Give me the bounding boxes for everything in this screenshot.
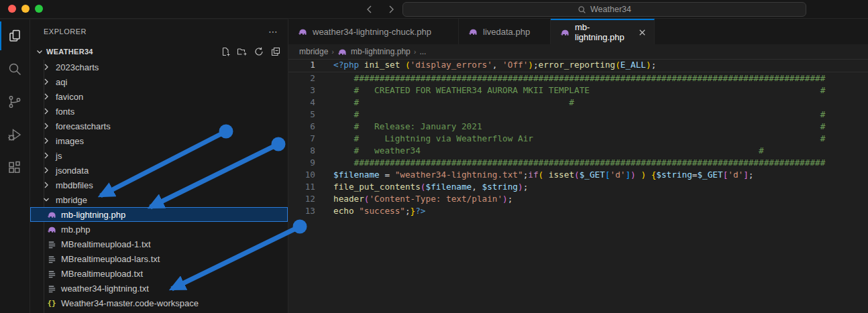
code-editor[interactable]: 1<?php ini_set ('display_errors', 'Off')… <box>288 59 868 313</box>
line-number: 1 <box>288 60 315 72</box>
php-icon <box>560 27 570 38</box>
line-number: 13 <box>288 205 315 217</box>
tab-weather34-lightning-chuck.php[interactable]: weather34-lightning-chuck.php <box>288 19 459 44</box>
tree-item-label: 2023charts <box>56 62 99 72</box>
new-file-icon[interactable] <box>220 46 231 57</box>
tree-item-2023charts[interactable]: 2023charts <box>30 60 288 74</box>
tree-item-weather34-lightning.txt[interactable]: weather34-lightning.txt <box>30 281 288 296</box>
code-line-11[interactable]: 11file_put_contents($filename, $string); <box>288 181 868 193</box>
code-line-10[interactable]: 10$filename = "weather34-lightning.txt";… <box>288 169 868 181</box>
line-number: 6 <box>288 121 315 133</box>
breadcrumb-file[interactable]: mb-lightning.php <box>351 47 411 56</box>
history-back-icon[interactable] <box>362 2 377 17</box>
code-line-13[interactable]: 13echo "success";}?> <box>288 205 868 217</box>
file-tree: 2023chartsaqifaviconfontsforecastchartsi… <box>30 60 288 310</box>
source-control-icon <box>7 94 23 110</box>
chevron-right-icon <box>41 135 52 146</box>
line-content: # Release: January 2021 # <box>315 121 825 133</box>
code-line-8[interactable]: 8 # weather34 # <box>288 145 868 157</box>
code-line-1[interactable]: 1<?php ini_set ('display_errors', 'Off')… <box>288 59 868 72</box>
line-content: ########################################… <box>315 72 825 84</box>
line-number: 7 <box>288 133 315 145</box>
breadcrumb: mbridge › mb-lightning.php › ... <box>288 44 868 59</box>
php-icon <box>46 225 57 235</box>
code-line-6[interactable]: 6 # Release: January 2021 # <box>288 121 868 133</box>
tree-item-label: fonts <box>56 107 74 117</box>
line-content: file_put_contents($filename, $string); <box>315 181 528 193</box>
tree-item-weather34-master.code-workspace[interactable]: {}Weather34-master.code-workspace <box>30 296 288 310</box>
chevron-right-icon <box>41 150 52 161</box>
line-content: # # <box>315 109 825 121</box>
line-number: 9 <box>288 157 315 169</box>
tree-item-mbrealtimeupload-lars.txt[interactable]: MBrealtimeupload-lars.txt <box>30 251 288 266</box>
line-content: # Lightning via Weatherflow Air # <box>315 133 825 145</box>
tree-item-mbridge[interactable]: mbridge <box>30 192 288 207</box>
explorer-title: EXPLORER <box>44 27 87 36</box>
tree-item-mb.php[interactable]: mb.php <box>30 222 288 237</box>
breadcrumb-folder[interactable]: mbridge <box>299 47 328 56</box>
code-line-3[interactable]: 3 # CREATED FOR WEATHER34 AURORA MKII TE… <box>288 84 868 97</box>
explorer-more-actions-icon[interactable]: ⋯ <box>268 26 278 37</box>
activitybar-run-debug[interactable] <box>0 118 30 151</box>
window-controls <box>8 5 43 13</box>
tree-item-aqi[interactable]: aqi <box>30 74 288 89</box>
activitybar-extensions[interactable] <box>0 151 30 184</box>
extensions-icon <box>7 160 23 176</box>
tab-livedata.php[interactable]: livedata.php <box>459 19 551 44</box>
collapse-folders-icon[interactable] <box>270 46 281 57</box>
breadcrumb-symbol[interactable]: ... <box>419 47 426 56</box>
tree-item-jsondata[interactable]: jsondata <box>30 163 288 178</box>
line-content: # # <box>315 97 574 109</box>
tree-item-label: js <box>56 151 62 161</box>
chevron-right-icon: › <box>414 48 417 56</box>
tree-item-label: MBrealtimeupload-lars.txt <box>61 254 160 264</box>
activitybar-search[interactable] <box>0 52 30 85</box>
zoom-window-button[interactable] <box>35 5 43 13</box>
tree-item-js[interactable]: js <box>30 148 288 163</box>
line-number: 5 <box>288 109 315 121</box>
tree-item-mbdbfiles[interactable]: mbdbfiles <box>30 178 288 192</box>
workspace-root-row[interactable]: WEATHER34 <box>30 44 288 60</box>
tree-item-label: Weather34-master.code-workspace <box>61 298 199 308</box>
tree-item-favicon[interactable]: favicon <box>30 89 288 104</box>
new-folder-icon[interactable] <box>237 46 248 57</box>
tree-item-mb-lightning.php[interactable]: mb-lightning.php <box>30 207 288 222</box>
history-forward-icon[interactable] <box>384 2 398 17</box>
line-number: 11 <box>288 181 315 193</box>
tree-item-label: mbridge <box>56 195 87 205</box>
code-line-4[interactable]: 4 # # <box>288 97 868 109</box>
line-number: 8 <box>288 145 315 157</box>
tree-item-forecastcharts[interactable]: forecastcharts <box>30 119 288 133</box>
close-window-button[interactable] <box>8 5 16 13</box>
text-file-icon <box>46 284 57 294</box>
search-icon <box>578 5 586 14</box>
close-tab-icon[interactable] <box>637 27 647 38</box>
refresh-explorer-icon[interactable] <box>254 46 264 57</box>
activity-bar <box>0 19 30 313</box>
code-line-9[interactable]: 9 ######################################… <box>288 157 868 169</box>
run-debug-icon <box>7 127 23 143</box>
code-line-7[interactable]: 7 # Lightning via Weatherflow Air # <box>288 133 868 145</box>
explorer-sidebar: EXPLORER ⋯ WEATHER34 2023chartsaqifavico… <box>30 19 288 313</box>
line-content: echo "success";}?> <box>315 205 426 217</box>
tree-item-label: mbdbfiles <box>56 180 93 190</box>
command-center-search[interactable]: Weather34 <box>402 2 806 17</box>
activitybar-source-control[interactable] <box>0 85 30 118</box>
code-line-2[interactable]: 2 ######################################… <box>288 72 868 84</box>
tree-item-mbrealtimeupload.txt[interactable]: MBrealtimeupload.txt <box>30 266 288 281</box>
tab-mb-lightning.php[interactable]: mb-lightning.php <box>551 19 655 44</box>
tree-item-images[interactable]: images <box>30 133 288 148</box>
minimize-window-button[interactable] <box>21 5 30 13</box>
tree-item-label: weather34-lightning.txt <box>61 284 149 294</box>
search-icon <box>7 61 23 77</box>
activitybar-explorer[interactable] <box>0 19 30 52</box>
php-icon <box>337 47 347 57</box>
code-line-12[interactable]: 12header('Content-Type: text/plain'); <box>288 193 868 205</box>
tree-item-mbrealtimeupload-1.txt[interactable]: MBrealtimeupload-1.txt <box>30 237 288 251</box>
workspace-name: WEATHER34 <box>46 48 93 56</box>
code-line-5[interactable]: 5 # # <box>288 109 868 121</box>
line-number: 10 <box>288 169 315 181</box>
title-bar: Weather34 <box>0 0 868 19</box>
tree-item-fonts[interactable]: fonts <box>30 104 288 119</box>
tab-label: weather34-lightning-chuck.php <box>313 27 431 37</box>
